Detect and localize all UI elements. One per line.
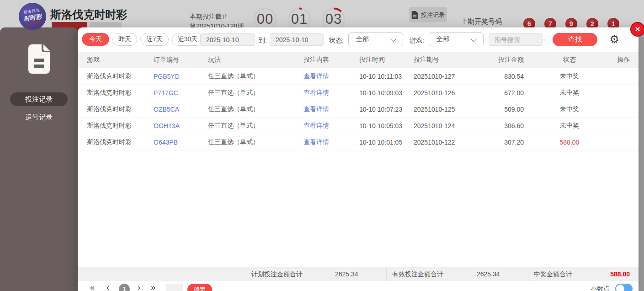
table-header-cell: 投注金额 [480, 56, 524, 64]
bet-records-modal: 今天昨天近7天近30天 到: 状态: 全部 游戏: 全部 查找 ⚙ 游戏订单编号… [78, 27, 639, 291]
game-select-value: 全部 [436, 35, 449, 43]
decimal-toggle[interactable] [615, 284, 633, 291]
view-detail-link[interactable]: 查看详情 [303, 138, 359, 146]
table-row: 斯洛伐克时时彩 OZB5CA 任三直选（单式） 查看详情 10-10 10:07… [78, 101, 639, 118]
bet-records-icon [27, 44, 50, 74]
status-label: 状态: [329, 37, 344, 45]
cell-status: 未中奖 [524, 89, 615, 97]
quick-range-button[interactable]: 昨天 [112, 33, 137, 46]
pagination-bar: « ‹ 1 › » 确定 小数点 [78, 281, 639, 291]
win-total-label: 中奖金额合计 [534, 270, 572, 279]
status-select[interactable]: 全部 [348, 32, 403, 46]
cell-game: 斯洛伐克时时彩 [87, 122, 154, 130]
first-page-button[interactable]: « [90, 283, 95, 291]
table-header-cell: 玩法 [208, 56, 303, 64]
cell-status: 未中奖 [524, 72, 615, 81]
cell-play: 任三直选（单式） [208, 72, 303, 81]
table-header-cell: 订单编号 [154, 56, 208, 64]
cell-period: 20251010-127 [414, 73, 480, 80]
next-page-button[interactable]: › [138, 283, 140, 291]
planned-total-value: 2625.34 [335, 270, 358, 278]
cell-bet-time: 10-10 10:09:03 [359, 89, 414, 97]
period-search-input[interactable] [489, 33, 543, 46]
cell-play: 任三直选（单式） [208, 138, 303, 146]
prev-page-button[interactable]: ‹ [106, 283, 109, 291]
cell-game: 斯洛伐克时时彩 [87, 138, 154, 146]
cell-bet-time: 10-10 10:11:03 [359, 73, 414, 80]
table-header-cell: 操作 [615, 56, 632, 64]
win-total-value: 588.00 [608, 270, 630, 278]
quick-range-button[interactable]: 近7天 [140, 33, 169, 46]
view-detail-link[interactable]: 查看详情 [303, 105, 359, 113]
decimal-toggle-label: 小数点 [591, 285, 610, 291]
document-icon [411, 11, 418, 19]
deadline-label: 本期投注截止 [190, 12, 244, 22]
last-draw-label: 上期开奖号码 [461, 17, 502, 26]
cell-period: 20251010-125 [414, 106, 480, 113]
quick-range-button[interactable]: 近30天 [172, 33, 204, 46]
table-header-cell: 投注内容 [303, 56, 359, 64]
page-confirm-button[interactable]: 确定 [187, 284, 212, 291]
divider [528, 267, 528, 281]
order-number-link[interactable]: O643PB [154, 139, 208, 146]
cell-bet-time: 10-10 10:05:03 [359, 122, 414, 129]
gear-icon[interactable]: ⚙ [608, 33, 621, 46]
status-select-value: 全部 [356, 35, 369, 43]
divider [386, 267, 387, 281]
bet-records-button-label: 投注记录 [421, 11, 445, 19]
cell-amount: 672.00 [480, 89, 524, 97]
cell-bet-time: 10-10 10:01:05 [359, 139, 414, 146]
order-number-link[interactable]: P717GC [154, 89, 208, 97]
cell-status: 未中奖 [524, 105, 615, 113]
last-page-button[interactable]: » [151, 283, 155, 291]
game-label: 游戏: [410, 37, 424, 45]
cell-period: 20251010-126 [414, 89, 480, 97]
quick-range-group: 今天昨天近7天近30天 [82, 33, 203, 46]
close-icon[interactable]: × [630, 22, 644, 37]
sidebar-item[interactable]: 投注记录 [10, 92, 68, 106]
table-row: 斯洛伐克时时彩 P717GC 任三直选（单式） 查看详情 10-10 10:09… [78, 85, 639, 101]
cell-amount: 306.60 [480, 122, 524, 129]
page-scrollbar[interactable] [639, 27, 644, 291]
cell-game: 斯洛伐克时时彩 [87, 105, 154, 113]
date-from-input[interactable] [200, 33, 255, 46]
order-number-link[interactable]: PGB5YD [154, 73, 208, 80]
order-number-link[interactable]: OOH13A [154, 122, 208, 129]
chevron-down-icon [390, 36, 396, 42]
view-detail-link[interactable]: 查看详情 [303, 89, 359, 97]
cell-bet-time: 10-10 10:07:23 [359, 106, 414, 113]
to-label: 到: [259, 37, 267, 45]
table-row: 斯洛伐克时时彩 OOH13A 任三直选（单式） 查看详情 10-10 10:05… [78, 118, 639, 134]
view-detail-link[interactable]: 查看详情 [303, 122, 359, 130]
table-header-cell: 投注时间 [359, 56, 414, 64]
cell-amount: 509.00 [480, 106, 524, 113]
table-body: 斯洛伐克时时彩 PGB5YD 任三直选（单式） 查看详情 10-10 10:11… [78, 68, 639, 151]
view-detail-link[interactable]: 查看详情 [303, 72, 359, 81]
table-header-cell: 状态 [524, 56, 615, 64]
cell-amount: 830.54 [480, 73, 524, 80]
cell-game: 斯洛伐克时时彩 [87, 72, 154, 81]
date-to-input[interactable] [270, 33, 324, 46]
valid-total-label: 有效投注金额合计 [392, 270, 443, 279]
chevron-down-icon [471, 36, 477, 42]
search-button[interactable]: 查找 [553, 33, 597, 46]
cell-period: 20251010-122 [414, 139, 480, 146]
totals-bar: 计划投注金额合计 2625.34 有效投注金额合计 2625.34 中奖金额合计… [78, 267, 639, 281]
cell-amount: 307.20 [480, 139, 524, 146]
page-jump-input[interactable] [166, 284, 183, 291]
cell-status: 未中奖 [524, 122, 615, 130]
cell-game: 斯洛伐克时时彩 [87, 89, 154, 97]
current-page-badge[interactable]: 1 [119, 284, 130, 291]
sidebar-item[interactable]: 追号记录 [10, 110, 68, 124]
table-header-cell: 游戏 [87, 56, 154, 64]
cell-play: 任三直选（单式） [208, 89, 303, 97]
valid-total-value: 2625.34 [477, 270, 500, 278]
sidebar: 投注记录追号记录 [0, 27, 78, 291]
cell-play: 任三直选（单式） [208, 105, 303, 113]
bet-records-button[interactable]: 投注记录 [409, 7, 447, 22]
planned-total-label: 计划投注金额合计 [251, 270, 303, 279]
quick-range-button[interactable]: 今天 [82, 33, 109, 46]
table-header-cell: 投注期号 [414, 56, 480, 64]
game-select[interactable]: 全部 [429, 32, 484, 46]
order-number-link[interactable]: OZB5CA [154, 106, 208, 113]
